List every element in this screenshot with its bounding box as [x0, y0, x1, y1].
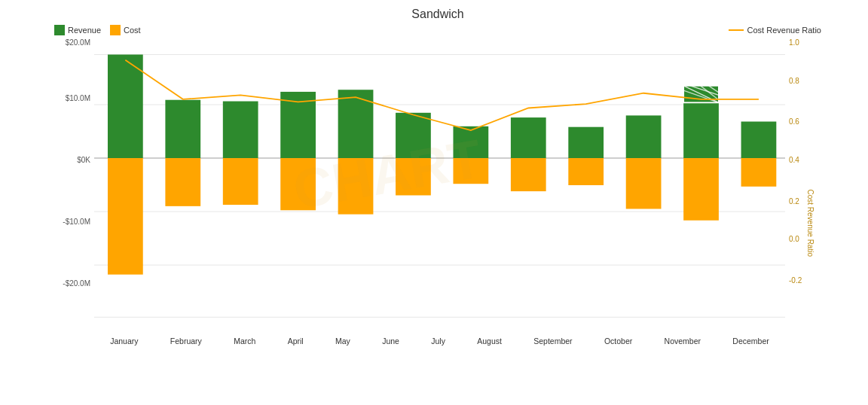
ratio-line: [729, 29, 744, 31]
x-label-jan: January: [110, 336, 138, 346]
y-right-00: 0.0: [789, 235, 799, 243]
y-label-20m: $20.0M: [66, 38, 90, 47]
y-right-08: 0.8: [789, 77, 799, 85]
bar-feb-revenue: [165, 100, 200, 158]
x-label-sep: September: [533, 336, 572, 346]
chart-svg-container: CHART January February March April May J…: [94, 38, 785, 346]
bar-jan-revenue: [108, 54, 143, 158]
x-label-feb: February: [170, 336, 202, 346]
y-right-10: 1.0: [789, 38, 799, 47]
y-right-neg02: -0.2: [789, 276, 802, 285]
chart-container: Sandwich Revenue Cost Cost Revenue Ratio…: [0, 0, 868, 405]
bar-oct-cost: [626, 158, 662, 209]
y-label-neg20m: -$20.0M: [63, 279, 90, 288]
y-right-06: 0.6: [789, 117, 799, 126]
main-chart-svg: CHART: [94, 38, 785, 332]
legend-ratio: Cost Revenue Ratio: [729, 25, 821, 35]
y-label-10m: $10.0M: [66, 94, 90, 102]
ratio-line-polyline: [125, 60, 759, 130]
revenue-label: Revenue: [68, 26, 101, 35]
bar-oct-revenue: [626, 115, 662, 158]
legend-left: Revenue Cost: [54, 25, 141, 35]
y-right-04: 0.4: [789, 156, 799, 164]
watermark: CHART: [289, 128, 486, 220]
x-label-apr: April: [288, 336, 304, 346]
legend-revenue: Revenue: [54, 25, 101, 35]
cost-label: Cost: [124, 26, 141, 35]
x-label-dec: December: [732, 336, 769, 346]
x-label-nov: November: [665, 336, 701, 346]
x-label-mar: March: [234, 336, 255, 346]
cost-color: [110, 25, 121, 35]
bar-sep-revenue: [568, 127, 604, 158]
bar-aug-revenue: [511, 117, 546, 158]
bar-dec-cost: [741, 158, 777, 187]
bar-dec-revenue: [741, 121, 777, 158]
ratio-label: Cost Revenue Ratio: [747, 26, 821, 35]
y-right-02: 0.2: [789, 197, 799, 206]
x-label-aug: August: [477, 336, 502, 346]
legends: Revenue Cost Cost Revenue Ratio: [53, 25, 823, 35]
y-label-0: $0K: [77, 156, 90, 164]
revenue-color: [54, 25, 65, 35]
x-axis-labels: January February March April May June Ju…: [94, 336, 785, 346]
bar-mar-revenue: [223, 102, 258, 159]
x-label-oct: October: [604, 336, 632, 346]
bar-feb-cost: [165, 158, 200, 206]
x-label-jun: June: [382, 336, 399, 346]
bar-aug-cost: [511, 158, 546, 191]
legend-cost: Cost: [110, 25, 141, 35]
bar-mar-cost: [223, 158, 258, 205]
x-label-may: May: [335, 336, 350, 346]
y-axis-right: 1.0 0.8 0.6 0.4 0.2 0.0 -0.2 Cost Revenu…: [785, 38, 823, 332]
y-axis-left: $20.0M $10.0M $0K -$10.0M -$20.0M: [53, 38, 94, 332]
bar-sep-cost: [568, 158, 604, 185]
bar-jan-cost: [108, 158, 143, 275]
y-axis-right-title: Cost Revenue Ratio: [806, 190, 815, 257]
bar-nov-cost: [683, 158, 719, 221]
x-label-jul: July: [431, 336, 445, 346]
y-label-neg10m: -$10.0M: [63, 218, 90, 226]
chart-title: Sandwich: [53, 8, 823, 21]
